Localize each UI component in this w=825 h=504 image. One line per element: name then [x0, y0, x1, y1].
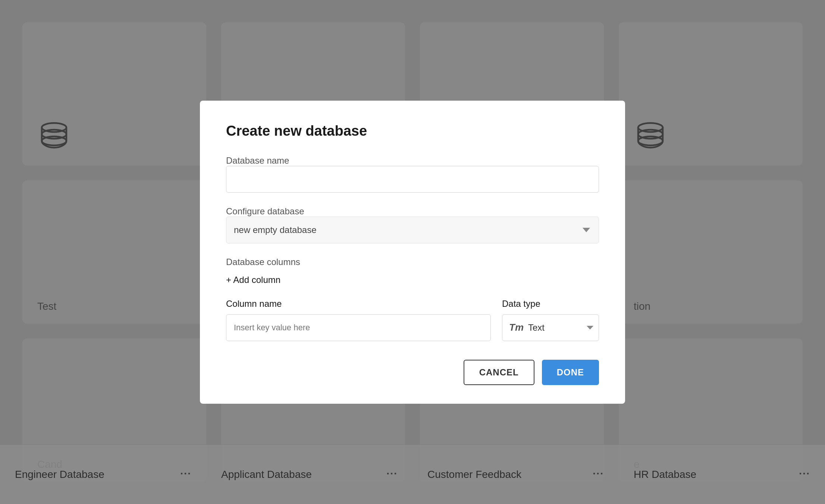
- configure-select-wrapper: new empty database from template: [226, 217, 599, 243]
- column-type-section: Data type Tт Text: [502, 299, 599, 341]
- done-button[interactable]: DONE: [542, 360, 599, 385]
- modal-overlay: Create new database Database name Config…: [0, 0, 825, 504]
- cancel-button[interactable]: CANCEL: [464, 360, 534, 385]
- column-name-label: Column name: [226, 299, 491, 309]
- database-name-label: Database name: [226, 155, 289, 166]
- configure-select[interactable]: new empty database from template: [226, 217, 599, 243]
- column-name-section: Column name: [226, 299, 491, 341]
- column-type-label: Data type: [502, 299, 599, 309]
- database-name-input[interactable]: [226, 166, 599, 193]
- column-name-input[interactable]: [226, 314, 491, 341]
- modal-actions: CANCEL DONE: [226, 360, 599, 385]
- create-database-modal: Create new database Database name Config…: [200, 101, 625, 404]
- column-definition-row: Column name Data type Tт Text: [226, 299, 599, 341]
- column-type-arrow-icon: [587, 326, 593, 330]
- add-column-button[interactable]: + Add column: [226, 275, 280, 285]
- column-type-value: Text: [528, 322, 582, 333]
- columns-section-label: Database columns: [226, 257, 599, 267]
- modal-title: Create new database: [226, 123, 599, 139]
- add-column-label: + Add column: [226, 275, 280, 285]
- column-type-select[interactable]: Tт Text: [502, 314, 599, 341]
- text-type-icon: Tт: [509, 322, 524, 333]
- configure-label: Configure database: [226, 206, 304, 216]
